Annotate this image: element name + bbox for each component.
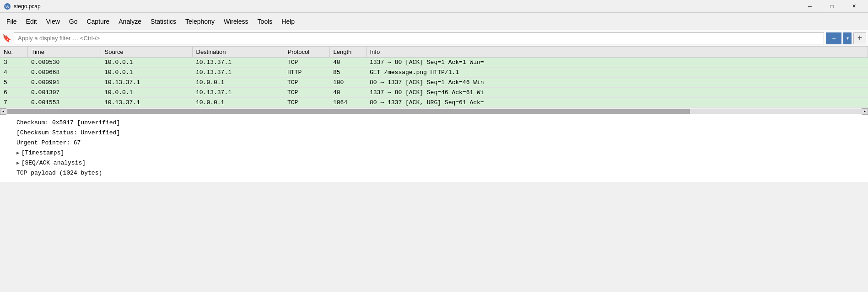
col-header-destination: Destination bbox=[192, 47, 284, 58]
cell-no: 7 bbox=[0, 98, 27, 108]
col-header-protocol: Protocol bbox=[284, 47, 329, 58]
menu-item-tools[interactable]: Tools bbox=[253, 15, 277, 28]
filter-apply-button[interactable]: → bbox=[826, 32, 841, 44]
minimize-button[interactable]: ─ bbox=[799, 0, 820, 13]
detail-line: Urgent Pointer: 67 bbox=[5, 138, 863, 148]
cell-info: 80 → 1337 [ACK, URG] Seq=61 Ack= bbox=[366, 98, 868, 108]
detail-line-text: [SEQ/ACK analysis] bbox=[22, 158, 86, 168]
detail-line[interactable]: ▶[Timestamps] bbox=[5, 148, 863, 158]
cell-protocol: TCP bbox=[284, 98, 329, 108]
cell-destination: 10.13.37.1 bbox=[192, 68, 284, 78]
cell-info: GET /message.png HTTP/1.1 bbox=[366, 68, 868, 78]
cell-length: 100 bbox=[329, 78, 366, 88]
menu-item-view[interactable]: View bbox=[42, 15, 65, 28]
table-header-row: No. Time Source Destination Protocol Len… bbox=[0, 47, 868, 58]
cell-time: 0.001553 bbox=[27, 98, 101, 108]
packet-list: No. Time Source Destination Protocol Len… bbox=[0, 47, 868, 108]
cell-destination: 10.0.0.1 bbox=[192, 98, 284, 108]
title-bar: W stego.pcap ─ □ ✕ bbox=[0, 0, 868, 13]
scrollbar-track[interactable] bbox=[7, 109, 861, 114]
cell-protocol: TCP bbox=[284, 78, 329, 88]
filter-dropdown-button[interactable]: ▾ bbox=[843, 32, 852, 44]
scrollbar-thumb[interactable] bbox=[7, 109, 690, 114]
cell-no: 5 bbox=[0, 78, 27, 88]
menu-item-edit[interactable]: Edit bbox=[22, 15, 42, 28]
menu-item-wireless[interactable]: Wireless bbox=[219, 15, 253, 28]
cell-time: 0.000530 bbox=[27, 58, 101, 68]
cell-time: 0.001307 bbox=[27, 88, 101, 98]
cell-no: 3 bbox=[0, 58, 27, 68]
menu-item-analyze[interactable]: Analyze bbox=[114, 15, 146, 28]
cell-source: 10.13.37.1 bbox=[101, 78, 192, 88]
cell-length: 1064 bbox=[329, 98, 366, 108]
cell-length: 85 bbox=[329, 68, 366, 78]
menu-item-help[interactable]: Help bbox=[277, 15, 299, 28]
app-icon: W bbox=[4, 3, 11, 10]
col-header-source: Source bbox=[101, 47, 192, 58]
cell-length: 40 bbox=[329, 88, 366, 98]
cell-destination: 10.0.0.1 bbox=[192, 78, 284, 88]
cell-no: 4 bbox=[0, 68, 27, 78]
window-controls: ─ □ ✕ bbox=[799, 0, 864, 13]
cell-info: 80 → 1337 [ACK] Seq=1 Ack=46 Win bbox=[366, 78, 868, 88]
cell-info: 1337 → 80 [ACK] Seq=1 Ack=1 Win= bbox=[366, 58, 868, 68]
cell-protocol: TCP bbox=[284, 88, 329, 98]
detail-line[interactable]: ▶[SEQ/ACK analysis] bbox=[5, 158, 863, 168]
horizontal-scrollbar[interactable]: ◂ ▸ bbox=[0, 108, 868, 114]
col-header-no: No. bbox=[0, 47, 27, 58]
table-row[interactable]: 50.00099110.13.37.110.0.0.1TCP10080 → 13… bbox=[0, 78, 868, 88]
detail-line: TCP payload (1024 bytes) bbox=[5, 168, 863, 178]
close-button[interactable]: ✕ bbox=[843, 0, 864, 13]
filter-bar: 🔖 → ▾ + bbox=[0, 30, 868, 47]
filter-add-button[interactable]: + bbox=[853, 32, 866, 44]
cell-info: 1337 → 80 [ACK] Seq=46 Ack=61 Wi bbox=[366, 88, 868, 98]
detail-line: [Checksum Status: Unverified] bbox=[5, 128, 863, 138]
svg-text:W: W bbox=[5, 5, 10, 9]
cell-no: 6 bbox=[0, 88, 27, 98]
cell-time: 0.000991 bbox=[27, 78, 101, 88]
detail-line-text: [Timestamps] bbox=[22, 148, 65, 158]
cell-destination: 10.13.37.1 bbox=[192, 88, 284, 98]
menu-item-file[interactable]: File bbox=[2, 15, 22, 28]
cell-source: 10.0.0.1 bbox=[101, 68, 192, 78]
cell-source: 10.13.37.1 bbox=[101, 98, 192, 108]
detail-line-highlighted: Urgent Pointer: 67 bbox=[16, 139, 81, 146]
cell-source: 10.0.0.1 bbox=[101, 58, 192, 68]
filter-input[interactable] bbox=[14, 32, 824, 44]
cell-source: 10.0.0.1 bbox=[101, 88, 192, 98]
cell-protocol: TCP bbox=[284, 58, 329, 68]
detail-panel: Checksum: 0x5917 [unverified][Checksum S… bbox=[0, 114, 868, 182]
col-header-length: Length bbox=[329, 47, 366, 58]
menu-item-go[interactable]: Go bbox=[65, 15, 82, 28]
expand-arrow-icon[interactable]: ▶ bbox=[16, 158, 20, 168]
table-row[interactable]: 30.00053010.0.0.110.13.37.1TCP401337 → 8… bbox=[0, 58, 868, 68]
maximize-button[interactable]: □ bbox=[821, 0, 842, 13]
expand-arrow-icon[interactable]: ▶ bbox=[16, 148, 20, 158]
table-row[interactable]: 60.00130710.0.0.110.13.37.1TCP401337 → 8… bbox=[0, 88, 868, 98]
packet-table: No. Time Source Destination Protocol Len… bbox=[0, 47, 868, 108]
window-title: stego.pcap bbox=[14, 3, 799, 10]
table-row[interactable]: 40.00066810.0.0.110.13.37.1HTTP85GET /me… bbox=[0, 68, 868, 78]
scroll-right-arrow[interactable]: ▸ bbox=[862, 108, 868, 115]
menu-bar: FileEditViewGoCaptureAnalyzeStatisticsTe… bbox=[0, 13, 868, 30]
cell-destination: 10.13.37.1 bbox=[192, 58, 284, 68]
menu-item-statistics[interactable]: Statistics bbox=[146, 15, 181, 28]
bookmark-icon: 🔖 bbox=[2, 32, 12, 45]
col-header-time: Time bbox=[27, 47, 101, 58]
cell-protocol: HTTP bbox=[284, 68, 329, 78]
scroll-left-arrow[interactable]: ◂ bbox=[0, 108, 6, 115]
table-row[interactable]: 70.00155310.13.37.110.0.0.1TCP106480 → 1… bbox=[0, 98, 868, 108]
detail-line: Checksum: 0x5917 [unverified] bbox=[5, 118, 863, 128]
menu-item-capture[interactable]: Capture bbox=[82, 15, 114, 28]
cell-time: 0.000668 bbox=[27, 68, 101, 78]
cell-length: 40 bbox=[329, 58, 366, 68]
col-header-info: Info bbox=[366, 47, 868, 58]
menu-item-telephony[interactable]: Telephony bbox=[181, 15, 219, 28]
